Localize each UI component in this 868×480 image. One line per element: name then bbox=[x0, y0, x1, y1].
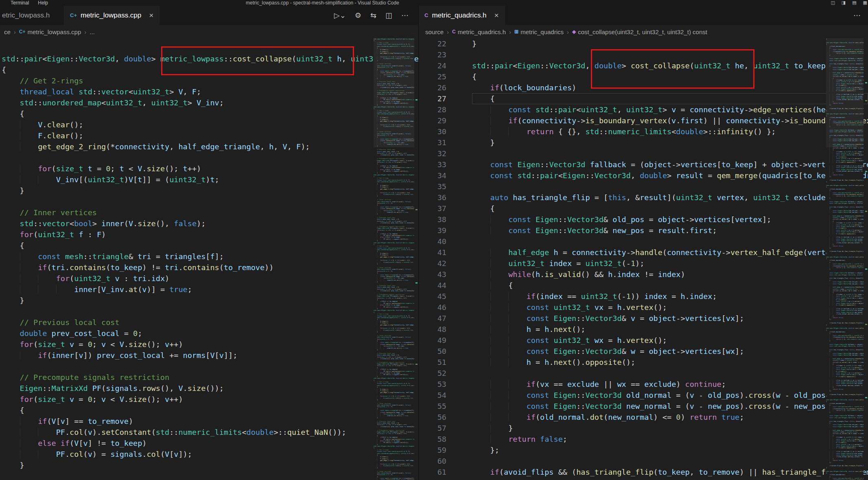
code-line[interactable]: 35 bbox=[419, 181, 868, 192]
code-line[interactable]: 47 const Eigen::Vector3d& v = object->ve… bbox=[419, 313, 868, 324]
code-line[interactable]: Eigen::MatrixXd PF(signals.rows(), V.siz… bbox=[2, 383, 418, 394]
code-line[interactable]: 55 const Eigen::Vector3d new_normal = (v… bbox=[419, 401, 868, 412]
code-line[interactable]: inner[V_inv.at(v)] = true; bbox=[2, 284, 418, 295]
code-line[interactable]: // Inner vertices bbox=[2, 207, 418, 218]
code-line[interactable]: 54 const Eigen::Vector3d old_normal = (v… bbox=[419, 390, 868, 401]
tab-metric_lowpass-cpp[interactable]: C+metric_lowpass.cpp× bbox=[64, 6, 160, 25]
code-line[interactable]: 27 { bbox=[419, 93, 868, 104]
code-line[interactable]: // Precompute signals restriction bbox=[2, 372, 418, 383]
minimap-right[interactable]: }std::pair<Eigen::Vector3d, double> cost… bbox=[826, 38, 864, 480]
code-line[interactable]: } bbox=[2, 295, 418, 306]
code-line[interactable]: 38 const Eigen::Vector3d& old_pos = obje… bbox=[419, 214, 868, 225]
code-line[interactable] bbox=[2, 361, 418, 372]
code-line[interactable]: double prev_cost_local = 0; bbox=[2, 328, 418, 339]
code-line[interactable]: PF.col(v).setConstant(std::numeric_limit… bbox=[2, 427, 418, 438]
code-line[interactable]: for(size_t v = 0; v < V.size(); v++) bbox=[2, 394, 418, 405]
code-line[interactable]: 37 { bbox=[419, 203, 868, 214]
open-changes-icon[interactable]: ⇆ bbox=[370, 11, 376, 20]
tab-metric_quadrics-h[interactable]: Cmetric_quadrics.h× bbox=[419, 6, 505, 25]
code-line[interactable]: // Previous local cost bbox=[2, 317, 418, 328]
code-line[interactable]: if(V[v] == to_remove) bbox=[2, 416, 418, 427]
code-line[interactable]: for(size_t v = 0; v < V.size(); v++) bbox=[2, 339, 418, 350]
code-line[interactable]: 43 while(h.is_valid() && h.index != inde… bbox=[419, 269, 868, 280]
code-line[interactable]: 57 } bbox=[419, 423, 868, 434]
code-line[interactable]: { bbox=[2, 108, 418, 119]
code-line[interactable]: 36 auto has_triangle_flip = [this, &resu… bbox=[419, 192, 868, 203]
code-line[interactable]: // Get 2-rings bbox=[2, 75, 418, 86]
code-line[interactable]: 56 if(old_normal.dot(new_normal) <= 0) r… bbox=[419, 412, 868, 423]
code-line[interactable]: 45 if(index == uint32_t(-1)) index = h.i… bbox=[419, 291, 868, 302]
close-icon[interactable]: × bbox=[149, 11, 153, 20]
code-line[interactable]: 24std::pair<Eigen::Vector3d, double> cos… bbox=[419, 60, 868, 71]
code-line[interactable]: 39 const Eigen::Vector3d& new_pos = resu… bbox=[419, 225, 868, 236]
code-line[interactable] bbox=[2, 152, 418, 163]
breadcrumb-item[interactable]: ◆cost_collapse(uint32_t, uint32_t, uint3… bbox=[572, 28, 707, 35]
code-line[interactable]: for(uint32_t v : tri.idx) bbox=[2, 273, 418, 284]
close-icon[interactable]: × bbox=[494, 11, 499, 20]
code-line[interactable]: 52 bbox=[419, 368, 868, 379]
code-line[interactable]: 59 }; bbox=[419, 445, 868, 456]
code-line[interactable]: for(size_t t = 0; t < V.size(); t++) bbox=[2, 163, 418, 174]
breadcrumb-item[interactable]: source bbox=[425, 28, 444, 35]
code-line[interactable] bbox=[2, 196, 418, 207]
code-line[interactable]: 42 uint32_t index = uint32_t(-1); bbox=[419, 258, 868, 269]
code-line[interactable]: 50 const Eigen::Vector3d& w = object->ve… bbox=[419, 346, 868, 357]
code-line[interactable]: thread_local std::vector<uint32_t> V, F; bbox=[2, 86, 418, 97]
code-line[interactable]: { bbox=[2, 405, 418, 416]
breadcrumb-item[interactable]: Cmetric_quadrics.h bbox=[452, 28, 506, 35]
run-button[interactable]: ▷⌄ bbox=[334, 11, 346, 20]
code-line[interactable]: 40 bbox=[419, 236, 868, 247]
code-line[interactable]: std::unordered_map<uint32_t, uint32_t> V… bbox=[2, 97, 418, 108]
breadcrumb-item[interactable]: ce bbox=[4, 28, 11, 35]
code-line[interactable]: else if(V[v] != to_keep) bbox=[2, 438, 418, 449]
code-line[interactable]: 49 const uint32_t wx = h.vertex(); bbox=[419, 335, 868, 346]
toggle-panel-icon[interactable]: ◫ bbox=[831, 0, 835, 5]
more-actions-button[interactable]: ⋯ bbox=[853, 11, 861, 20]
breadcrumb-item[interactable]: ... bbox=[90, 28, 95, 35]
code-line[interactable]: if(inner[v]) prev_cost_local += norms[V[… bbox=[2, 350, 418, 361]
code-line[interactable]: V.clear(); bbox=[2, 119, 418, 130]
more-actions-button[interactable]: ⋯ bbox=[401, 11, 409, 20]
code-line[interactable]: } bbox=[2, 185, 418, 196]
code-line[interactable]: get_edge_2_ring(*connectivity, half_edge… bbox=[2, 141, 418, 152]
code-line[interactable]: 51 h = h.next().opposite(); bbox=[419, 357, 868, 368]
code-line[interactable]: 33 const Eigen::Vector3d fallback = (obj… bbox=[419, 159, 868, 170]
code-line[interactable]: { bbox=[2, 240, 418, 251]
breadcrumb-item[interactable]: C+metric_lowpass.cpp bbox=[19, 28, 81, 35]
code-line[interactable]: for(uint32_t f : F) bbox=[2, 229, 418, 240]
code-line[interactable]: 31 } bbox=[419, 137, 868, 148]
code-line[interactable]: if(tri.contains(to_keep) != tri.contains… bbox=[2, 262, 418, 273]
code-line[interactable]: 61 if(avoid_flips && (has_triangle_flip(… bbox=[419, 467, 868, 478]
split-editor-icon[interactable]: ◫ bbox=[385, 11, 392, 20]
code-line[interactable]: 44 { bbox=[419, 280, 868, 291]
code-line[interactable]: 26 if(lock_boundaries) bbox=[419, 82, 868, 93]
code-line[interactable]: 29 if(connectivity->is_boundary_vertex(v… bbox=[419, 115, 868, 126]
settings-gear-icon[interactable]: ⚙ bbox=[355, 11, 361, 20]
minimap-left[interactable]: std::pair<Eigen::Vector3d, double> metri… bbox=[374, 38, 414, 480]
code-line[interactable]: 30 return { {}, std::numeric_limits<doub… bbox=[419, 126, 868, 137]
overview-ruler-left[interactable] bbox=[414, 38, 418, 480]
code-line[interactable]: 22} bbox=[419, 38, 868, 49]
code-line[interactable]: 28 const std::pair<uint32_t, uint32_t> v… bbox=[419, 104, 868, 115]
window-controls-icon[interactable]: ▦ bbox=[863, 0, 867, 5]
code-line[interactable]: PF.col(v) = signals.col(V[v]); bbox=[2, 449, 418, 460]
code-line[interactable]: 48 h = h.next(); bbox=[419, 324, 868, 335]
code-line[interactable]: std::pair<Eigen::Vector3d, double> metri… bbox=[2, 53, 418, 64]
code-line[interactable]: 32 bbox=[419, 148, 868, 159]
code-line[interactable]: 60 bbox=[419, 456, 868, 467]
toggle-secondary-sidebar-icon[interactable]: ◨ bbox=[842, 0, 846, 5]
code-line[interactable]: { bbox=[2, 64, 418, 75]
code-line[interactable]: } bbox=[2, 460, 418, 471]
customize-layout-icon[interactable]: ▤ bbox=[852, 0, 856, 5]
code-line[interactable] bbox=[2, 306, 418, 317]
code-line[interactable]: 58 return false; bbox=[419, 434, 868, 445]
code-line[interactable]: V_inv[(uint32_t)V[t]] = (uint32_t)t; bbox=[2, 174, 418, 185]
overview-ruler-right[interactable] bbox=[864, 38, 868, 480]
code-line[interactable]: 34 const std::pair<Eigen::Vector3d, doub… bbox=[419, 170, 868, 181]
code-line[interactable]: 41 half_edge h = connectivity->handle(co… bbox=[419, 247, 868, 258]
code-line[interactable]: 46 const uint32_t vx = h.vertex(); bbox=[419, 302, 868, 313]
tab-etric_lowpass-h[interactable]: etric_lowpass.h bbox=[0, 6, 64, 25]
code-line[interactable]: const mesh::triangle& tri = triangles[f]… bbox=[2, 251, 418, 262]
code-line[interactable]: F.clear(); bbox=[2, 130, 418, 141]
code-line[interactable]: 25{ bbox=[419, 71, 868, 82]
